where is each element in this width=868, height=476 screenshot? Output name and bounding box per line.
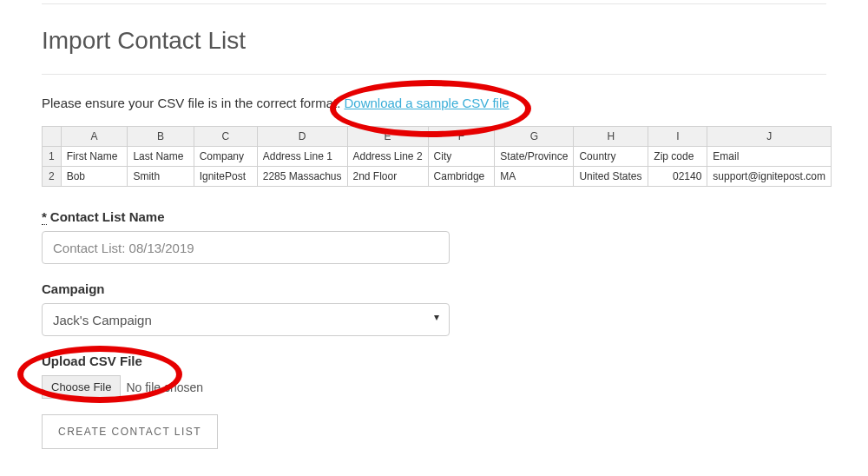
cell: State/Province bbox=[495, 147, 574, 167]
cell: Email bbox=[707, 147, 832, 167]
contact-list-name-input[interactable] bbox=[42, 231, 450, 264]
cell: United States bbox=[574, 167, 648, 187]
table-row: 1 First Name Last Name Company Address L… bbox=[43, 147, 832, 167]
file-status-text: No file chosen bbox=[126, 380, 203, 394]
row-head: 2 bbox=[43, 167, 62, 187]
campaign-label: Campaign bbox=[42, 281, 826, 296]
cell: 02140 bbox=[648, 167, 707, 187]
cell: 2nd Floor bbox=[347, 167, 428, 187]
col-head: A bbox=[61, 127, 128, 147]
cell: support@ignitepost.com bbox=[707, 167, 832, 187]
cell: Smith bbox=[128, 167, 194, 187]
col-head: G bbox=[495, 127, 574, 147]
sheet-corner bbox=[43, 127, 62, 147]
sample-spreadsheet: A B C D E F G H I J 1 First Name Last Na… bbox=[42, 126, 832, 187]
cell: Address Line 2 bbox=[347, 147, 428, 167]
upload-csv-label: Upload CSV File bbox=[42, 354, 826, 368]
col-head: I bbox=[648, 127, 707, 147]
cell: Company bbox=[194, 147, 257, 167]
col-head: J bbox=[707, 127, 832, 147]
cell: IgnitePost bbox=[194, 167, 257, 187]
instruction-prefix: Please ensure your CSV file is in the co… bbox=[42, 96, 344, 110]
cell: Cambridge bbox=[428, 167, 495, 187]
cell: Country bbox=[574, 147, 648, 167]
cell: 2285 Massachus bbox=[257, 167, 347, 187]
page-title: Import Contact List bbox=[42, 27, 826, 55]
cell: Bob bbox=[61, 167, 128, 187]
choose-file-button[interactable]: Choose File bbox=[42, 375, 121, 399]
col-head: D bbox=[257, 127, 347, 147]
campaign-select[interactable]: Jack's Campaign bbox=[42, 303, 450, 336]
cell: Last Name bbox=[128, 147, 194, 167]
col-head: E bbox=[347, 127, 428, 147]
download-sample-link[interactable]: Download a sample CSV file bbox=[344, 96, 509, 110]
row-head: 1 bbox=[43, 147, 62, 167]
create-contact-list-button[interactable]: CREATE CONTACT LIST bbox=[42, 414, 218, 449]
col-head: B bbox=[128, 127, 194, 147]
col-head: F bbox=[428, 127, 495, 147]
cell: Zip code bbox=[648, 147, 707, 167]
col-head: C bbox=[194, 127, 257, 147]
instruction-text: Please ensure your CSV file is in the co… bbox=[42, 96, 826, 110]
col-head: H bbox=[574, 127, 648, 147]
required-asterisk: * bbox=[42, 209, 47, 225]
contact-list-name-label: *Contact List Name bbox=[42, 209, 826, 224]
cell: Address Line 1 bbox=[257, 147, 347, 167]
cell: MA bbox=[495, 167, 574, 187]
cell: First Name bbox=[61, 147, 128, 167]
table-row: 2 Bob Smith IgnitePost 2285 Massachus 2n… bbox=[43, 167, 832, 187]
cell: City bbox=[428, 147, 495, 167]
